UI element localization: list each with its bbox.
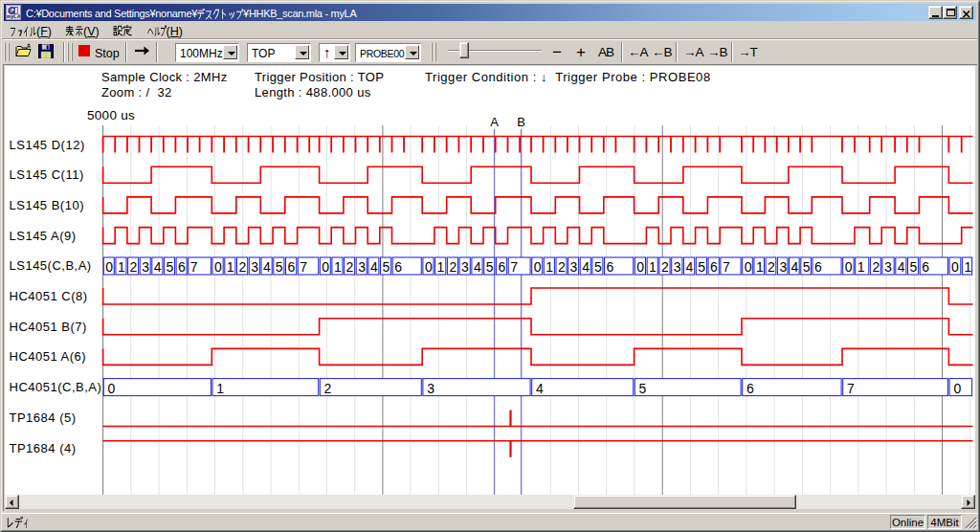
svg-text:3: 3 bbox=[251, 259, 258, 275]
svg-text:5: 5 bbox=[639, 381, 647, 396]
svg-text:6: 6 bbox=[710, 259, 718, 275]
svg-text:1: 1 bbox=[858, 259, 865, 275]
svg-text:2: 2 bbox=[346, 259, 354, 275]
svg-text:4: 4 bbox=[582, 259, 590, 275]
svg-text:myLA: myLA bbox=[7, 13, 20, 19]
svg-text:6: 6 bbox=[922, 259, 929, 275]
svg-text:LS145 C(11): LS145 C(11) bbox=[10, 167, 84, 182]
svg-text:5: 5 bbox=[383, 259, 390, 275]
svg-text:Length : 488.000 us: Length : 488.000 us bbox=[255, 85, 371, 100]
svg-text:3: 3 bbox=[461, 259, 469, 275]
svg-text:0: 0 bbox=[534, 259, 542, 275]
svg-text:0: 0 bbox=[636, 259, 644, 275]
svg-text:1: 1 bbox=[546, 259, 553, 275]
svg-text:5: 5 bbox=[698, 259, 705, 275]
svg-text:2: 2 bbox=[239, 259, 247, 275]
svg-text:1: 1 bbox=[118, 259, 125, 275]
svg-text:0: 0 bbox=[322, 259, 329, 275]
svg-text:TP1684 (5): TP1684 (5) bbox=[10, 410, 77, 425]
svg-text:1: 1 bbox=[334, 259, 342, 275]
svg-text:TP1684 (4): TP1684 (4) bbox=[10, 441, 77, 455]
svg-text:LS145 B(10): LS145 B(10) bbox=[10, 198, 85, 212]
svg-text:3: 3 bbox=[884, 259, 892, 275]
svg-text:3: 3 bbox=[570, 259, 578, 275]
svg-text:HC4051 A(6): HC4051 A(6) bbox=[10, 349, 87, 364]
svg-text:5: 5 bbox=[594, 259, 602, 275]
svg-text:0: 0 bbox=[108, 381, 116, 396]
svg-text:6: 6 bbox=[394, 259, 402, 275]
svg-text:0: 0 bbox=[745, 259, 752, 275]
svg-text:1: 1 bbox=[437, 259, 445, 275]
svg-text:2: 2 bbox=[768, 259, 775, 275]
svg-text:7: 7 bbox=[300, 259, 307, 275]
svg-text:LS145 A(9): LS145 A(9) bbox=[10, 229, 77, 243]
svg-text:HC4051 B(7): HC4051 B(7) bbox=[10, 320, 87, 334]
svg-text:2: 2 bbox=[324, 381, 332, 396]
svg-text:5000 us: 5000 us bbox=[87, 108, 135, 122]
svg-text:5: 5 bbox=[167, 259, 174, 275]
svg-text:LS145(C,B,A): LS145(C,B,A) bbox=[10, 258, 92, 273]
svg-text:A: A bbox=[490, 115, 499, 129]
svg-text:3: 3 bbox=[142, 259, 149, 275]
svg-text:6: 6 bbox=[814, 259, 822, 275]
svg-text:1: 1 bbox=[964, 259, 971, 275]
svg-text:1: 1 bbox=[216, 381, 224, 396]
svg-text:4: 4 bbox=[263, 259, 271, 275]
svg-text:2: 2 bbox=[449, 259, 457, 275]
svg-text:4: 4 bbox=[370, 259, 378, 275]
svg-text:0: 0 bbox=[845, 259, 853, 275]
svg-text:B: B bbox=[517, 115, 525, 129]
svg-text:1: 1 bbox=[227, 259, 234, 275]
svg-text:4: 4 bbox=[154, 259, 162, 275]
svg-text:3: 3 bbox=[427, 381, 434, 396]
svg-text:6: 6 bbox=[288, 259, 296, 275]
svg-text:2: 2 bbox=[872, 259, 880, 275]
svg-text:Trigger Position : TOP: Trigger Position : TOP bbox=[255, 70, 384, 84]
svg-text:0: 0 bbox=[214, 259, 222, 275]
svg-text:3: 3 bbox=[358, 259, 366, 275]
svg-text:7: 7 bbox=[190, 259, 198, 275]
svg-text:Zoom : / 32: Zoom : / 32 bbox=[101, 85, 172, 100]
svg-text:4: 4 bbox=[474, 259, 481, 275]
svg-text:5: 5 bbox=[910, 259, 918, 275]
svg-text:LS145 D(12): LS145 D(12) bbox=[10, 138, 85, 152]
svg-text:3: 3 bbox=[779, 259, 787, 275]
svg-text:Trigger Condition : ↓ Trigger: Trigger Condition : ↓ Trigger Probe : PR… bbox=[425, 70, 711, 84]
svg-text:0: 0 bbox=[953, 381, 961, 396]
svg-text:HC4051(C,B,A): HC4051(C,B,A) bbox=[10, 380, 102, 394]
svg-text:4: 4 bbox=[898, 259, 905, 275]
svg-text:5: 5 bbox=[803, 259, 811, 275]
svg-text:6: 6 bbox=[607, 259, 614, 275]
svg-text:Sample Clock : 2MHz: Sample Clock : 2MHz bbox=[101, 70, 228, 84]
svg-text:0: 0 bbox=[951, 259, 959, 275]
svg-text:3: 3 bbox=[674, 259, 681, 275]
svg-text:7: 7 bbox=[510, 259, 518, 275]
svg-text:5: 5 bbox=[486, 259, 494, 275]
svg-text:4: 4 bbox=[791, 259, 799, 275]
svg-text:HC4051 C(8): HC4051 C(8) bbox=[10, 289, 88, 303]
svg-text:6: 6 bbox=[178, 259, 186, 275]
svg-text:6: 6 bbox=[498, 259, 505, 275]
svg-text:4: 4 bbox=[686, 259, 694, 275]
svg-text:7: 7 bbox=[723, 259, 730, 275]
svg-text:1: 1 bbox=[649, 259, 657, 275]
svg-text:7: 7 bbox=[847, 381, 855, 396]
svg-text:0: 0 bbox=[425, 259, 433, 275]
svg-text:5: 5 bbox=[276, 259, 283, 275]
svg-text:0: 0 bbox=[105, 259, 113, 275]
svg-text:6: 6 bbox=[746, 381, 754, 396]
svg-text:2: 2 bbox=[558, 259, 566, 275]
svg-text:1: 1 bbox=[756, 259, 764, 275]
svg-text:2: 2 bbox=[661, 259, 669, 275]
svg-text:2: 2 bbox=[130, 259, 138, 275]
svg-text:4: 4 bbox=[536, 381, 544, 396]
